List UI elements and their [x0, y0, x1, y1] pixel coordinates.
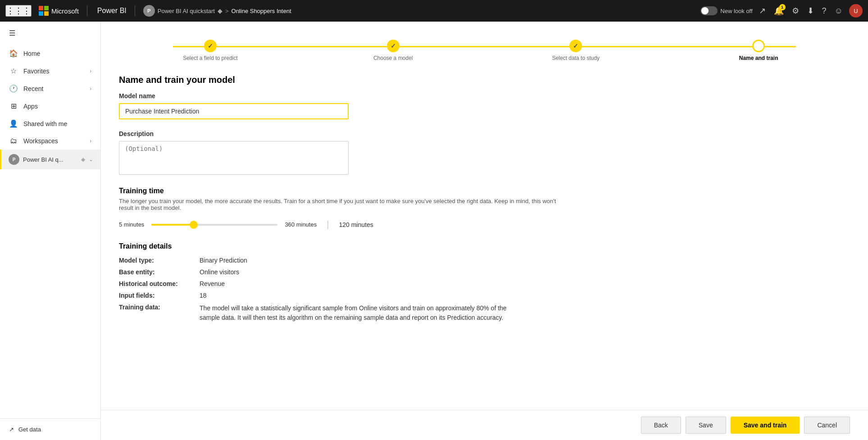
step-circle-2: [387, 40, 400, 52]
avatar-initials: U: [854, 8, 858, 14]
chevron-down-icon: ⌄: [89, 156, 93, 163]
sidebar-item-recent[interactable]: 🕐 Recent ›: [0, 80, 100, 97]
detail-key-model-type: Model type:: [119, 257, 198, 264]
step-name-train: Name and train: [667, 40, 850, 61]
breadcrumb-workspace: Power BI AI quickstart: [158, 8, 215, 14]
step-choose-model: Choose a model: [302, 40, 485, 61]
chevron-right-icon: ›: [90, 68, 91, 74]
stepper-steps: Select a field to predict Choose a model…: [119, 40, 850, 61]
help-button[interactable]: ?: [820, 5, 828, 18]
star-icon: ☆: [9, 67, 18, 75]
sidebar-item-favorites[interactable]: ☆ Favorites ›: [0, 62, 100, 80]
detail-row-historical-outcome: Historical outcome: Revenue: [119, 280, 850, 287]
sidebar: ☰ 🏠 Home ☆ Favorites › 🕐 Recent › ⊞ Apps…: [0, 22, 101, 440]
shared-icon: 👤: [9, 119, 18, 128]
sidebar-item-label: Shared with me: [23, 120, 91, 127]
step-label-2: Choose a model: [373, 55, 413, 61]
slider-row: 5 minutes 360 minutes | 120 minutes: [119, 219, 850, 230]
training-time-slider[interactable]: [151, 224, 277, 226]
workspace-icon: P: [143, 5, 155, 17]
sidebar-item-shared[interactable]: 👤 Shared with me: [0, 115, 100, 132]
slider-min-label: 5 minutes: [119, 221, 144, 228]
sidebar-footer: ↗ Get data: [0, 418, 100, 440]
training-details-section: Training details Model type: Binary Pred…: [119, 242, 850, 322]
sidebar-item-label: Favorites: [23, 68, 84, 75]
get-data-label: Get data: [18, 426, 41, 433]
chevron-right-icon: ›: [90, 138, 91, 144]
training-details-title: Training details: [119, 242, 850, 250]
bottom-action-bar: Back Save Save and train Cancel: [101, 410, 868, 440]
step-label-3: Select data to study: [552, 55, 600, 61]
toggle-knob: [701, 7, 709, 14]
sidebar-item-workspace-powerbi[interactable]: P Power BI AI q... ◆ ⌄: [0, 150, 100, 169]
detail-key-training-data: Training data:: [119, 304, 198, 322]
new-look-toggle-container: New look off: [700, 6, 752, 15]
save-button[interactable]: Save: [686, 417, 726, 434]
sidebar-item-label: Home: [23, 50, 91, 57]
detail-key-base-entity: Base entity:: [119, 268, 198, 276]
detail-row-base-entity: Base entity: Online visitors: [119, 268, 850, 276]
detail-value-input-fields: 18: [200, 292, 207, 299]
topnav-right: New look off ↗ 🔔 1 ⚙ ⬇ ? ☺ U: [700, 4, 863, 18]
model-name-field-group: Model name: [119, 92, 850, 119]
notification-badge: 1: [779, 4, 786, 10]
nav-divider-2: [135, 5, 135, 16]
sidebar-item-home[interactable]: 🏠 Home: [0, 45, 100, 62]
detail-value-training-data: The model will take a statistically sign…: [200, 304, 515, 322]
company-name: Microsoft: [51, 7, 79, 15]
expand-icon-button[interactable]: ↗: [757, 4, 768, 18]
app-name: Power BI: [97, 7, 127, 15]
new-look-label: New look off: [720, 8, 752, 14]
waffle-menu-button[interactable]: ⋮⋮⋮: [5, 5, 32, 17]
breadcrumb-current: Online Shoppers Intent: [232, 8, 291, 14]
workspace-label: Power BI AI q...: [23, 156, 77, 163]
home-icon: 🏠: [9, 49, 18, 58]
topnav: ⋮⋮⋮ Microsoft Power BI P Power BI AI qui…: [0, 0, 868, 22]
sidebar-item-label: Workspaces: [23, 137, 84, 145]
detail-row-training-data: Training data: The model will take a sta…: [119, 304, 850, 322]
model-name-label: Model name: [119, 92, 850, 100]
detail-row-model-type: Model type: Binary Prediction: [119, 257, 850, 264]
description-label: Description: [119, 130, 850, 137]
detail-value-base-entity: Online visitors: [200, 268, 239, 276]
new-look-toggle[interactable]: [700, 6, 718, 15]
main-layout: ☰ 🏠 Home ☆ Favorites › 🕐 Recent › ⊞ Apps…: [0, 22, 868, 440]
step-select-data: Select data to study: [485, 40, 668, 61]
slider-current-value: 120 minutes: [339, 221, 373, 228]
slider-separator: |: [327, 219, 329, 230]
feedback-button[interactable]: ☺: [833, 5, 845, 18]
detail-value-historical-outcome: Revenue: [200, 280, 225, 287]
step-circle-4: [752, 40, 765, 52]
detail-value-model-type: Binary Prediction: [200, 257, 247, 264]
training-time-section: Training time The longer you train your …: [119, 187, 850, 230]
workspace-diamond-icon: ◆: [81, 156, 85, 163]
notifications-button[interactable]: 🔔 1: [772, 4, 786, 18]
wizard-stepper: Select a field to predict Choose a model…: [119, 32, 850, 61]
nav-divider: [87, 5, 87, 16]
description-input[interactable]: [119, 141, 349, 175]
sidebar-item-apps[interactable]: ⊞ Apps: [0, 97, 100, 115]
sidebar-item-workspaces[interactable]: 🗂 Workspaces ›: [0, 132, 100, 150]
download-button[interactable]: ⬇: [805, 4, 816, 18]
save-and-train-button[interactable]: Save and train: [731, 417, 800, 434]
breadcrumb-separator: >: [225, 8, 229, 14]
training-time-desc: The longer you train your model, the mor…: [119, 198, 569, 211]
get-data-button[interactable]: ↗ Get data: [9, 426, 91, 433]
description-field-group: Description: [119, 130, 850, 176]
settings-button[interactable]: ⚙: [790, 4, 801, 18]
apps-icon: ⊞: [9, 102, 18, 110]
step-label-4: Name and train: [739, 55, 778, 61]
model-name-input[interactable]: [119, 103, 349, 119]
avatar[interactable]: U: [849, 4, 863, 18]
slider-max-label: 360 minutes: [285, 221, 317, 228]
page-title: Name and train your model: [119, 75, 850, 85]
detail-row-input-fields: Input fields: 18: [119, 292, 850, 299]
back-button[interactable]: Back: [641, 417, 681, 434]
get-data-icon: ↗: [9, 426, 14, 433]
step-label-1: Select a field to predict: [183, 55, 237, 61]
cancel-button[interactable]: Cancel: [804, 417, 850, 434]
sidebar-item-label: Apps: [23, 103, 91, 110]
workspace-avatar: P: [9, 154, 19, 165]
sidebar-toggle-button[interactable]: ☰: [0, 22, 100, 45]
content-inner: Select a field to predict Choose a model…: [101, 22, 868, 440]
